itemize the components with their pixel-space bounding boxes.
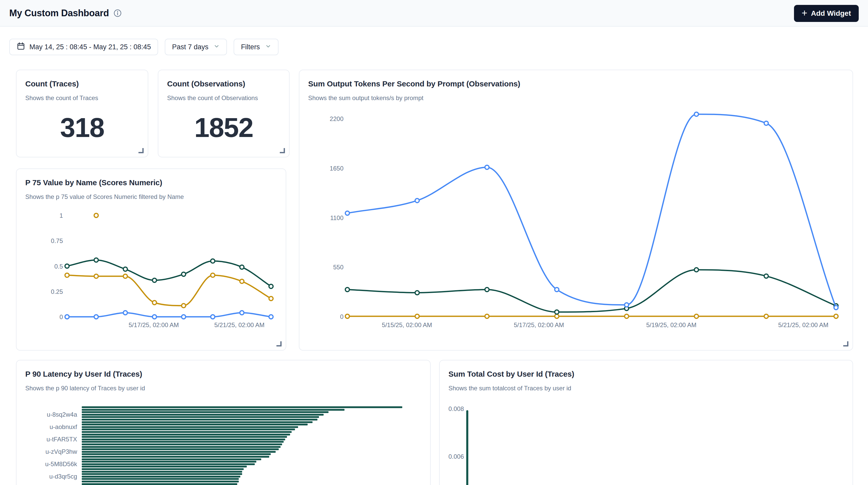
y-tick-label: 0	[340, 313, 343, 320]
time-preset-dropdown[interactable]: Past 7 days	[165, 39, 227, 55]
bar	[82, 466, 247, 467]
resize-handle-icon[interactable]	[280, 148, 285, 153]
bar	[82, 446, 281, 448]
data-point-marker	[211, 259, 215, 263]
data-point-marker	[415, 199, 419, 203]
bar	[82, 481, 239, 482]
bar	[82, 426, 298, 428]
widget-subtitle: Shows the p 90 latency of Traces by user…	[25, 385, 422, 392]
bar	[82, 431, 292, 433]
bar-label: u-8sq2w4a	[17, 411, 77, 418]
data-point-marker	[555, 314, 559, 319]
filters-label: Filters	[241, 43, 260, 51]
data-point-marker	[269, 315, 273, 319]
bar	[82, 419, 317, 421]
bar	[82, 453, 271, 455]
y-tick-label: 0.25	[51, 288, 63, 295]
bar-label: u-aobnuxf	[17, 423, 77, 430]
calendar-icon	[17, 42, 25, 52]
bar	[82, 476, 240, 478]
data-point-marker	[415, 314, 419, 319]
data-point-marker	[123, 274, 127, 278]
p90-bar-chart[interactable]: u-8sq2w4au-aobnuxfu-tFAR5TXu-zVqP3hwu-5M…	[17, 405, 430, 485]
data-point-marker	[415, 291, 419, 295]
filters-dropdown[interactable]: Filters	[234, 39, 279, 55]
p75-line-chart[interactable]: 00.250.50.7515/17/25, 02:00 AM5/21/25, 0…	[17, 200, 287, 351]
widget-subtitle: Shows the count of Observations	[167, 94, 280, 102]
line-series-dark-green	[347, 270, 836, 312]
widget-title: P 90 Latency by User Id (Traces)	[25, 370, 422, 378]
widget-card-count-traces: Count (Traces) Shows the count of Traces…	[16, 70, 148, 157]
chevron-down-icon	[214, 43, 220, 51]
bar-label: u-zVqP3hw	[17, 448, 77, 455]
data-point-marker	[65, 264, 69, 268]
widget-title: Count (Observations)	[167, 80, 280, 88]
bar	[82, 483, 237, 485]
resize-handle-icon[interactable]	[138, 148, 144, 153]
bar	[82, 406, 402, 408]
bar	[82, 441, 284, 443]
data-point-marker	[555, 310, 559, 314]
widget-subtitle: Shows the count of Traces	[25, 94, 139, 102]
add-widget-button[interactable]: + Add Widget	[794, 5, 859, 22]
data-point-marker	[694, 314, 699, 319]
data-point-marker	[211, 273, 215, 277]
data-point-marker	[65, 273, 69, 277]
bar	[82, 463, 255, 465]
plus-icon: +	[802, 8, 807, 18]
bar	[82, 473, 242, 475]
tokens-line-chart[interactable]: 05501100165022005/15/25, 02:00 AM5/17/25…	[300, 109, 854, 346]
data-point-marker	[269, 296, 273, 301]
bar	[82, 421, 313, 423]
data-point-marker	[240, 311, 244, 315]
data-point-marker	[182, 272, 186, 276]
date-range-value: May 14, 25 : 08:45 - May 21, 25 : 08:45	[29, 43, 151, 51]
widget-title: P 75 Value by Name (Scores Numeric)	[25, 178, 277, 187]
bar	[466, 410, 468, 485]
x-tick-label: 5/15/25, 02:00 AM	[382, 322, 432, 328]
line-series-blue	[347, 114, 836, 307]
data-point-marker	[555, 287, 559, 292]
resize-handle-icon[interactable]	[843, 341, 848, 346]
widget-card-p90-latency: P 90 Latency by User Id (Traces) Shows t…	[16, 360, 431, 485]
data-point-marker	[182, 315, 186, 319]
y-tick-label: 0.008	[440, 405, 464, 413]
y-tick-label: 0.006	[440, 453, 464, 460]
bar	[82, 424, 308, 425]
data-point-marker	[94, 258, 98, 262]
bar	[82, 436, 287, 438]
data-point-marker	[694, 268, 699, 272]
info-icon[interactable]	[114, 9, 122, 17]
bar	[82, 448, 279, 450]
data-point-marker	[764, 121, 768, 125]
widget-subtitle: Shows the p 75 value of Scores Numeric f…	[25, 193, 277, 201]
y-tick-label: 1100	[330, 214, 343, 221]
widget-subtitle: Shows the sum output tokens/s by prompt	[308, 94, 844, 102]
bar	[82, 414, 323, 416]
bar-label: u-tFAR5TX	[17, 436, 77, 443]
bar	[82, 444, 282, 445]
count-traces-value: 318	[25, 112, 139, 143]
data-point-marker	[345, 287, 349, 292]
data-point-marker	[485, 165, 489, 169]
bar	[82, 411, 329, 413]
data-point-marker	[152, 278, 157, 282]
time-preset-value: Past 7 days	[172, 43, 208, 51]
widget-title: Sum Output Tokens Per Second by Prompt (…	[308, 80, 844, 88]
date-range-picker[interactable]: May 14, 25 : 08:45 - May 21, 25 : 08:45	[9, 39, 158, 55]
bar	[82, 434, 290, 435]
x-tick-label: 5/21/25, 02:00 AM	[214, 322, 265, 328]
x-tick-label: 5/17/25, 02:00 AM	[129, 322, 179, 328]
bar	[82, 468, 244, 470]
data-point-marker	[625, 314, 629, 319]
x-tick-label: 5/17/25, 02:00 AM	[514, 322, 564, 328]
resize-handle-icon[interactable]	[276, 341, 282, 346]
x-tick-label: 5/19/25, 02:00 AM	[646, 322, 696, 328]
data-point-marker	[94, 213, 98, 217]
widget-title: Count (Traces)	[25, 80, 139, 88]
toolbar: May 14, 25 : 08:45 - May 21, 25 : 08:45 …	[9, 39, 279, 55]
data-point-marker	[182, 304, 186, 308]
data-point-marker	[123, 311, 127, 315]
y-tick-label: 550	[333, 264, 343, 271]
cost-bar-chart[interactable]: 0.008 0.006	[440, 360, 852, 485]
